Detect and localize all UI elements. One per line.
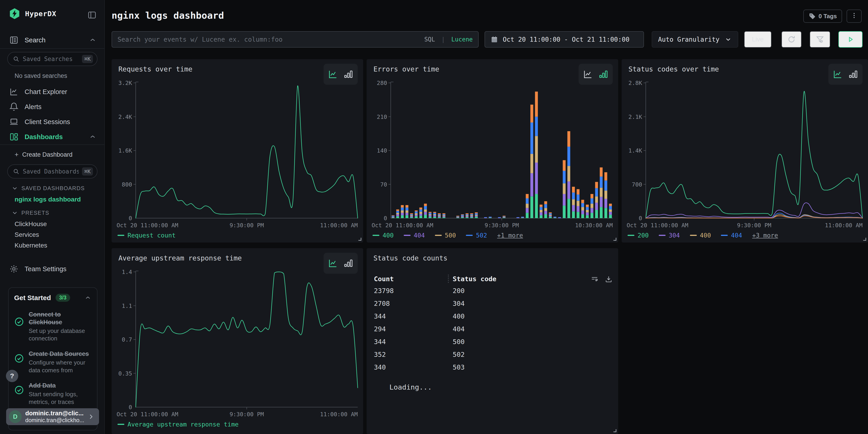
sidebar-section-search[interactable]: Search bbox=[9, 35, 97, 45]
bar-chart-icon[interactable] bbox=[343, 258, 353, 269]
legend-more-link[interactable]: +3 more bbox=[752, 232, 778, 239]
sidebar-item-kubernetes[interactable]: Kubernetes bbox=[14, 242, 47, 249]
svg-text:1.4: 1.4 bbox=[122, 269, 132, 275]
sidebar-item-services[interactable]: Services bbox=[14, 231, 39, 239]
table-cell-status-code: 200 bbox=[453, 287, 465, 294]
legend-more-link[interactable]: +1 more bbox=[497, 232, 523, 239]
get-started-step[interactable]: Add Data Start sending logs, metrics, or… bbox=[14, 382, 92, 406]
step-title: Add Data bbox=[29, 382, 56, 389]
collapse-sidebar-icon[interactable] bbox=[87, 10, 97, 20]
get-started-step[interactable]: Connect to ClickHouse Set up your databa… bbox=[14, 311, 92, 342]
bar-chart-icon[interactable] bbox=[848, 69, 859, 80]
filter-edit-button[interactable] bbox=[810, 31, 830, 48]
requests-chart-canvas[interactable]: 08001.6K2.4K3.2KOct 20 11:00:00 AM9:30:0… bbox=[116, 80, 361, 230]
svg-text:0: 0 bbox=[639, 215, 642, 222]
dashboards-icon bbox=[9, 132, 19, 142]
granularity-value: Auto Granularity bbox=[658, 36, 719, 43]
saved-dashboards-search[interactable]: ⌘K bbox=[7, 164, 97, 179]
resize-handle[interactable] bbox=[613, 429, 616, 432]
legend-swatch bbox=[721, 235, 728, 236]
lucene-toggle[interactable]: Lucene bbox=[451, 36, 473, 43]
table-cell-status-code: 304 bbox=[453, 300, 465, 307]
errors-chart-canvas[interactable]: 070140210280Oct 20 11:00:00 AM9:30:00 PM… bbox=[371, 80, 616, 230]
table-cell-count: 344 bbox=[374, 338, 386, 346]
chevron-up-icon[interactable] bbox=[84, 294, 92, 302]
sidebar-item-clickhouse[interactable]: ClickHouse bbox=[14, 220, 47, 228]
saved-searches-search[interactable]: ⌘K bbox=[7, 52, 97, 66]
step-desc: Configure where your data comes from bbox=[29, 359, 90, 374]
column-header-count[interactable]: Count bbox=[374, 275, 394, 283]
panel-menu-button[interactable] bbox=[846, 9, 862, 23]
column-separator[interactable] bbox=[448, 275, 449, 283]
sidebar-item-nginx-logs-dashboard[interactable]: nginx logs dashboard bbox=[14, 196, 81, 203]
download-icon[interactable] bbox=[604, 275, 613, 283]
sidebar-item-alerts[interactable]: Alerts bbox=[9, 102, 41, 112]
line-chart-icon[interactable] bbox=[328, 258, 338, 269]
svg-text:1.6K: 1.6K bbox=[118, 147, 132, 154]
panel-requests-over-time: Requests over time 08001.6K2.4K3.2KOct 2… bbox=[112, 59, 363, 243]
create-dashboard-button[interactable]: + Create Dashboard bbox=[14, 151, 72, 158]
panel-title: Errors over time bbox=[373, 65, 439, 73]
resize-handle[interactable] bbox=[359, 238, 361, 241]
page-title: nginx logs dashboard bbox=[112, 10, 224, 21]
presets-group[interactable]: PRESETS bbox=[11, 210, 50, 216]
column-header-status-code[interactable]: Status code bbox=[453, 275, 496, 283]
chart-svg: 00.350.71.11.4Oct 20 11:00:00 AM9:30:00 … bbox=[116, 269, 361, 419]
line-chart-icon[interactable] bbox=[583, 69, 593, 80]
sidebar-item-team-settings[interactable]: Team Settings bbox=[9, 264, 66, 274]
help-button[interactable]: ? bbox=[6, 370, 18, 382]
legend-item: 404 bbox=[404, 232, 425, 239]
line-chart-icon[interactable] bbox=[328, 69, 338, 80]
chevron-down-icon bbox=[11, 210, 18, 216]
saved-dashboards-input[interactable] bbox=[23, 168, 79, 175]
svg-text:11:00:00 AM: 11:00:00 AM bbox=[320, 411, 358, 417]
legend-item: Request count bbox=[118, 232, 176, 239]
time-range-value: Oct 20 11:00:00 - Oct 21 11:00:00 bbox=[503, 36, 629, 43]
step-title: Create Data Sources bbox=[29, 350, 89, 357]
panel-title: Average upstream response time bbox=[118, 254, 242, 262]
wrap-lines-icon[interactable] bbox=[590, 275, 599, 283]
laptop-icon bbox=[9, 117, 19, 127]
gear-icon bbox=[9, 264, 19, 274]
event-search-bar[interactable]: SQL|Lucene bbox=[112, 31, 478, 48]
live-button[interactable]: Live bbox=[744, 31, 771, 48]
svg-text:Oct 20 11:00:00 AM: Oct 20 11:00:00 AM bbox=[117, 222, 178, 228]
resize-handle[interactable] bbox=[613, 238, 616, 241]
sidebar-item-label: Client Sessions bbox=[25, 118, 70, 126]
search-icon bbox=[13, 168, 20, 175]
tags-button[interactable]: 0 Tags bbox=[803, 9, 842, 23]
user-email: dominic.tran@clickho... bbox=[25, 417, 84, 424]
resize-handle[interactable] bbox=[863, 238, 866, 241]
get-started-step[interactable]: Create Data Sources Configure where your… bbox=[14, 350, 92, 374]
saved-dashboards-group[interactable]: SAVED DASHBOARDS bbox=[11, 185, 85, 192]
svg-text:2.4K: 2.4K bbox=[118, 114, 132, 120]
chart-legend: 200304400404+3 more bbox=[627, 232, 778, 239]
dots-vertical-icon bbox=[851, 12, 858, 21]
granularity-select[interactable]: Auto Granularity bbox=[652, 31, 738, 48]
legend-label: Average upstream response time bbox=[127, 421, 239, 428]
table-cell-count: 344 bbox=[374, 312, 386, 320]
time-range-picker[interactable]: Oct 20 11:00:00 - Oct 21 11:00:00 bbox=[485, 31, 644, 48]
saved-searches-input[interactable] bbox=[23, 56, 79, 62]
run-query-button[interactable] bbox=[838, 31, 863, 48]
avg-upstream-chart-canvas[interactable]: 00.350.71.11.4Oct 20 11:00:00 AM9:30:00 … bbox=[116, 269, 361, 419]
sidebar-item-client-sessions[interactable]: Client Sessions bbox=[9, 117, 70, 127]
refresh-button[interactable] bbox=[781, 31, 802, 48]
chevron-down-icon bbox=[11, 185, 18, 192]
bar-chart-icon[interactable] bbox=[598, 69, 609, 80]
status-codes-chart-canvas[interactable]: 07001.4K2.1K2.8KOct 20 11:00:00 AM9:30:0… bbox=[626, 80, 865, 230]
line-chart-icon[interactable] bbox=[833, 69, 843, 80]
sidebar-item-dashboards[interactable]: Dashboards bbox=[9, 132, 97, 142]
svg-text:0: 0 bbox=[384, 215, 387, 222]
event-search-input[interactable] bbox=[118, 36, 420, 43]
user-menu[interactable]: D dominic.tran@clic... dominic.tran@clic… bbox=[6, 408, 99, 425]
chart-legend: Request count bbox=[118, 232, 176, 239]
sql-toggle[interactable]: SQL bbox=[424, 36, 435, 43]
svg-text:0: 0 bbox=[129, 215, 132, 222]
svg-text:Oct 20 11:00:00 AM: Oct 20 11:00:00 AM bbox=[117, 411, 178, 417]
tags-label: 0 Tags bbox=[818, 13, 837, 20]
panel-status-code-counts: Status code counts Count Status code 237… bbox=[367, 248, 618, 434]
get-started-progress-badge: 3/3 bbox=[56, 294, 70, 302]
bar-chart-icon[interactable] bbox=[343, 69, 353, 80]
sidebar-item-chart-explorer[interactable]: Chart Explorer bbox=[9, 87, 67, 97]
